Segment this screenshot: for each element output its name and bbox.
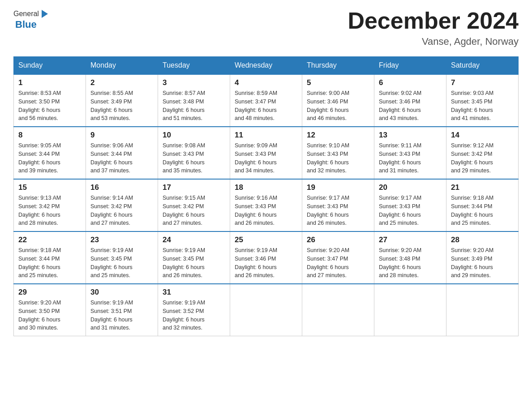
table-row: 7Sunrise: 9:03 AMSunset: 3:45 PMDaylight… [446, 74, 519, 127]
day-number: 1 [18, 78, 81, 87]
calendar-header-monday: Monday [86, 57, 158, 75]
table-row: 9Sunrise: 9:06 AMSunset: 3:44 PMDaylight… [86, 127, 158, 179]
table-row: 28Sunrise: 9:20 AMSunset: 3:49 PMDayligh… [446, 231, 519, 284]
calendar-header-friday: Friday [374, 57, 446, 75]
table-row: 3Sunrise: 8:57 AMSunset: 3:48 PMDaylight… [158, 74, 230, 127]
table-row: 2Sunrise: 8:55 AMSunset: 3:49 PMDaylight… [86, 74, 158, 127]
day-info: Sunrise: 9:20 AMSunset: 3:49 PMDaylight:… [451, 246, 514, 280]
table-row: 22Sunrise: 9:18 AMSunset: 3:44 PMDayligh… [14, 231, 86, 284]
day-number: 19 [307, 183, 369, 192]
day-info: Sunrise: 9:15 AMSunset: 3:42 PMDaylight:… [163, 194, 225, 227]
table-row: 10Sunrise: 9:08 AMSunset: 3:43 PMDayligh… [158, 127, 230, 179]
day-info: Sunrise: 9:18 AMSunset: 3:44 PMDaylight:… [451, 194, 514, 227]
table-row: 23Sunrise: 9:19 AMSunset: 3:45 PMDayligh… [86, 231, 158, 284]
logo: General Blue [13, 9, 50, 30]
day-number: 3 [163, 78, 225, 87]
svg-marker-0 [42, 10, 48, 18]
calendar-header-thursday: Thursday [302, 57, 374, 75]
table-row: 24Sunrise: 9:19 AMSunset: 3:45 PMDayligh… [158, 231, 230, 284]
day-number: 22 [18, 235, 81, 244]
calendar-week-4: 22Sunrise: 9:18 AMSunset: 3:44 PMDayligh… [14, 231, 519, 284]
calendar-week-2: 8Sunrise: 9:05 AMSunset: 3:44 PMDaylight… [14, 127, 519, 179]
day-info: Sunrise: 9:17 AMSunset: 3:43 PMDaylight:… [379, 194, 442, 227]
day-number: 24 [163, 235, 225, 244]
day-info: Sunrise: 8:59 AMSunset: 3:47 PMDaylight:… [235, 89, 297, 123]
day-number: 31 [163, 288, 225, 297]
day-info: Sunrise: 9:19 AMSunset: 3:45 PMDaylight:… [163, 246, 225, 280]
day-number: 28 [451, 235, 514, 244]
logo-triangle-icon [39, 9, 49, 19]
calendar-week-1: 1Sunrise: 8:53 AMSunset: 3:50 PMDaylight… [14, 74, 519, 127]
calendar-week-3: 15Sunrise: 9:13 AMSunset: 3:42 PMDayligh… [14, 179, 519, 231]
day-info: Sunrise: 9:06 AMSunset: 3:44 PMDaylight:… [90, 141, 153, 175]
calendar-header-saturday: Saturday [446, 57, 519, 75]
day-number: 27 [379, 235, 442, 244]
day-info: Sunrise: 9:20 AMSunset: 3:48 PMDaylight:… [379, 246, 442, 280]
month-title: December 2024 [348, 9, 519, 32]
day-number: 17 [163, 183, 225, 192]
day-number: 25 [235, 235, 297, 244]
day-number: 11 [235, 131, 297, 140]
calendar-week-5: 29Sunrise: 9:20 AMSunset: 3:50 PMDayligh… [14, 284, 519, 336]
table-row: 11Sunrise: 9:09 AMSunset: 3:43 PMDayligh… [230, 127, 302, 179]
day-number: 21 [451, 183, 514, 192]
day-info: Sunrise: 9:19 AMSunset: 3:51 PMDaylight:… [90, 299, 153, 332]
day-number: 15 [18, 183, 81, 192]
day-info: Sunrise: 9:05 AMSunset: 3:44 PMDaylight:… [18, 141, 81, 175]
day-number: 20 [379, 183, 442, 192]
day-number: 8 [18, 131, 81, 140]
table-row: 29Sunrise: 9:20 AMSunset: 3:50 PMDayligh… [14, 284, 86, 336]
calendar-header-tuesday: Tuesday [158, 57, 230, 75]
day-number: 9 [90, 131, 153, 140]
day-number: 14 [451, 131, 514, 140]
location-text: Vanse, Agder, Norway [348, 36, 519, 47]
table-row: 13Sunrise: 9:11 AMSunset: 3:43 PMDayligh… [374, 127, 446, 179]
table-row: 16Sunrise: 9:14 AMSunset: 3:42 PMDayligh… [86, 179, 158, 231]
table-row [374, 284, 446, 336]
day-number: 18 [235, 183, 297, 192]
table-row: 30Sunrise: 9:19 AMSunset: 3:51 PMDayligh… [86, 284, 158, 336]
day-info: Sunrise: 9:00 AMSunset: 3:46 PMDaylight:… [307, 89, 369, 123]
day-number: 23 [90, 235, 153, 244]
day-number: 10 [163, 131, 225, 140]
calendar-table: SundayMondayTuesdayWednesdayThursdayFrid… [13, 56, 519, 336]
title-section: December 2024 Vanse, Agder, Norway [348, 9, 519, 47]
day-info: Sunrise: 9:20 AMSunset: 3:47 PMDaylight:… [307, 246, 369, 280]
day-number: 26 [307, 235, 369, 244]
day-info: Sunrise: 9:12 AMSunset: 3:42 PMDaylight:… [451, 141, 514, 175]
day-number: 5 [307, 78, 369, 87]
day-info: Sunrise: 8:57 AMSunset: 3:48 PMDaylight:… [163, 89, 225, 123]
calendar-header-sunday: Sunday [14, 57, 86, 75]
calendar-header-wednesday: Wednesday [230, 57, 302, 75]
day-info: Sunrise: 8:55 AMSunset: 3:49 PMDaylight:… [90, 89, 153, 123]
day-info: Sunrise: 9:17 AMSunset: 3:43 PMDaylight:… [307, 194, 369, 227]
day-info: Sunrise: 9:19 AMSunset: 3:46 PMDaylight:… [235, 246, 297, 280]
table-row: 6Sunrise: 9:02 AMSunset: 3:46 PMDaylight… [374, 74, 446, 127]
logo-general-text: General [13, 10, 39, 18]
day-info: Sunrise: 9:19 AMSunset: 3:45 PMDaylight:… [90, 246, 153, 280]
day-info: Sunrise: 9:09 AMSunset: 3:43 PMDaylight:… [235, 141, 297, 175]
table-row [230, 284, 302, 336]
day-number: 16 [90, 183, 153, 192]
page-header: General Blue December 2024 Vanse, Agder,… [13, 9, 519, 47]
table-row: 25Sunrise: 9:19 AMSunset: 3:46 PMDayligh… [230, 231, 302, 284]
day-info: Sunrise: 8:53 AMSunset: 3:50 PMDaylight:… [18, 89, 81, 123]
table-row: 8Sunrise: 9:05 AMSunset: 3:44 PMDaylight… [14, 127, 86, 179]
table-row: 14Sunrise: 9:12 AMSunset: 3:42 PMDayligh… [446, 127, 519, 179]
day-info: Sunrise: 9:02 AMSunset: 3:46 PMDaylight:… [379, 89, 442, 123]
day-info: Sunrise: 9:03 AMSunset: 3:45 PMDaylight:… [451, 89, 514, 123]
table-row [302, 284, 374, 336]
day-info: Sunrise: 9:16 AMSunset: 3:43 PMDaylight:… [235, 194, 297, 227]
table-row: 15Sunrise: 9:13 AMSunset: 3:42 PMDayligh… [14, 179, 86, 231]
table-row: 20Sunrise: 9:17 AMSunset: 3:43 PMDayligh… [374, 179, 446, 231]
calendar-header-row: SundayMondayTuesdayWednesdayThursdayFrid… [14, 57, 519, 75]
day-number: 12 [307, 131, 369, 140]
table-row: 27Sunrise: 9:20 AMSunset: 3:48 PMDayligh… [374, 231, 446, 284]
day-info: Sunrise: 9:08 AMSunset: 3:43 PMDaylight:… [163, 141, 225, 175]
day-number: 7 [451, 78, 514, 87]
day-number: 29 [18, 288, 81, 297]
day-number: 4 [235, 78, 297, 87]
table-row: 31Sunrise: 9:19 AMSunset: 3:52 PMDayligh… [158, 284, 230, 336]
table-row: 1Sunrise: 8:53 AMSunset: 3:50 PMDaylight… [14, 74, 86, 127]
table-row: 12Sunrise: 9:10 AMSunset: 3:43 PMDayligh… [302, 127, 374, 179]
